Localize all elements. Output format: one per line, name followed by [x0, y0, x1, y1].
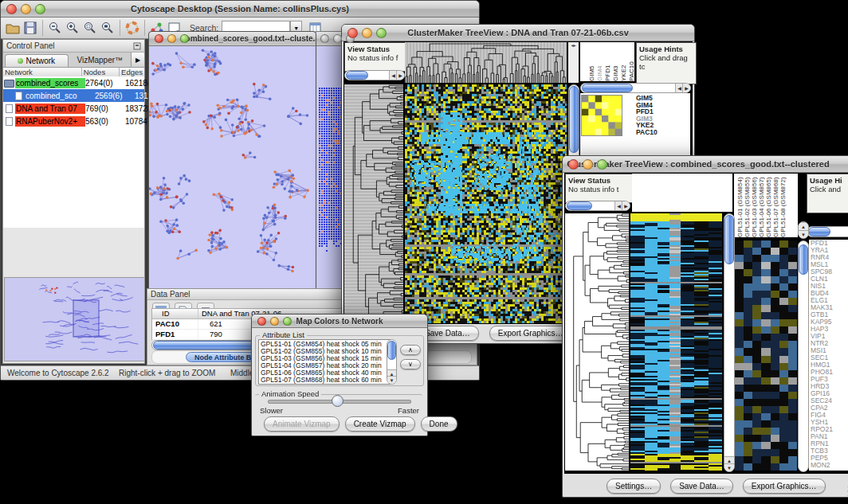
zoom-fit-icon[interactable] — [99, 19, 116, 37]
minimize-button[interactable] — [362, 28, 372, 38]
network-row[interactable]: combined_sco 2569(6) 13112(15) — [3, 89, 144, 102]
gene-label: PEP5 — [811, 455, 848, 462]
minimize-button[interactable] — [21, 4, 31, 14]
tv2-zoom-vscrollbar[interactable] — [798, 240, 809, 472]
network-row[interactable]: combined_scores 2764(0) 16218(0) — [3, 76, 144, 89]
tv2-col-label: GPL51-07 (GSM868) — [772, 175, 779, 237]
tv1-view-status-title: View Status — [347, 45, 406, 53]
network-nodes: 2569(6) — [95, 92, 135, 100]
move-down-button[interactable]: ∨ — [400, 359, 421, 369]
tab-network[interactable]: Network — [5, 54, 69, 67]
treeview2-titlebar[interactable]: ClusterMaker TreeView : combined_scores_… — [563, 156, 848, 173]
tv2-zoom-heatmap[interactable] — [735, 240, 797, 471]
zoom-selected-icon[interactable] — [81, 19, 99, 37]
tv1-heatmap[interactable] — [405, 84, 567, 323]
close-button[interactable] — [320, 34, 329, 43]
dialog-button[interactable]: Done — [421, 416, 457, 432]
close-button[interactable] — [6, 4, 17, 14]
gene-label: SEC1 — [811, 354, 848, 361]
main-titlebar[interactable]: Cytoscape Desktop (Session Name: collins… — [1, 1, 479, 18]
speed-slider-thumb[interactable] — [332, 395, 344, 407]
zoom-out-icon[interactable] — [46, 19, 64, 37]
zoom-button[interactable] — [597, 159, 607, 170]
treeview-button[interactable]: Save Data… — [670, 479, 733, 494]
close-button[interactable] — [568, 159, 579, 170]
gene-label: CLN1 — [811, 275, 848, 283]
zoom-button[interactable] — [283, 317, 292, 326]
dialog-titlebar[interactable]: Map Colors to Network — [252, 315, 427, 328]
frame1-titlebar[interactable]: combined_scores_good.txt--cluste... — [149, 32, 316, 46]
attr-row-id: PAC10 — [152, 319, 198, 329]
tv1-column-dendrogram[interactable] — [405, 42, 567, 83]
minimize-button[interactable] — [167, 34, 176, 43]
tv1-mini-hscrollbar[interactable]: ◀ ▶ — [580, 83, 691, 93]
panel-float-icon[interactable] — [133, 39, 141, 53]
close-button[interactable] — [257, 317, 266, 326]
scroll-right-icon[interactable]: ▶ — [682, 84, 690, 92]
open-session-icon[interactable] — [4, 19, 22, 37]
mini-col-label: GIM5 — [588, 42, 595, 81]
network-row[interactable]: RNAPuberNov2+ 563(0) 107847(0) — [3, 115, 144, 127]
help-ring-icon[interactable] — [124, 19, 141, 37]
tv2-vscrollbar[interactable]: ▲ ▼ — [724, 213, 735, 472]
zoom-button[interactable] — [376, 28, 387, 38]
tv2-hints-hscrollbar[interactable] — [807, 226, 848, 237]
scroll-right-icon[interactable]: ▶ — [622, 201, 630, 210]
tv2-view-status-title: View Status — [568, 176, 632, 185]
gene-label: MSL1 — [811, 261, 848, 268]
tv2-column-dendrogram[interactable] — [632, 174, 732, 212]
network-name: DNA and Tran 07 — [15, 104, 85, 114]
mini-col-label: YKE2 — [620, 42, 627, 81]
attribute-list-vscrollbar[interactable]: ▲ ▼ — [387, 339, 397, 385]
scroll-down-icon[interactable]: ▼ — [724, 463, 734, 471]
network-tab-icon — [18, 58, 23, 64]
move-up-button[interactable]: ∧ — [400, 345, 421, 355]
dialog-button[interactable]: Create Vizmap — [345, 416, 415, 432]
treeview-button[interactable]: Export Graphics… — [743, 479, 826, 494]
tv1-status-hscrollbar[interactable]: ◀ ▶ — [344, 70, 405, 80]
network-row-icon — [3, 104, 15, 113]
tab-overflow-button[interactable]: ▶ — [131, 53, 144, 67]
network-view-1[interactable] — [149, 46, 314, 291]
dialog-button[interactable]: Animate Vizmap — [264, 416, 340, 432]
data-panel-title: Data Panel — [151, 290, 190, 299]
control-panel-title: Control Panel — [6, 41, 55, 50]
minimize-button[interactable] — [333, 34, 342, 43]
close-button[interactable] — [155, 34, 163, 43]
tv1-mini-heatmap[interactable] — [581, 95, 622, 136]
tv1-mini-arrows[interactable]: ◂▸ — [568, 42, 579, 83]
tv1-mini-row-labels: GIM5GIM4PFD1GIM3YKE2PAC10 — [636, 95, 689, 135]
minimize-button[interactable] — [270, 317, 279, 326]
tv2-zoom-arrows[interactable]: ▲ ▼ — [798, 221, 809, 239]
gene-label: SEC24 — [811, 397, 848, 404]
attribute-item[interactable]: GPL51-07 (GSM868) heat shock 60 min — [261, 377, 388, 384]
scroll-down-icon[interactable]: ▼ — [387, 376, 396, 384]
toolbar-separator — [120, 20, 120, 36]
tv1-view-status-body: No status info f — [347, 53, 398, 62]
attribute-list[interactable]: GPL51-01 (GSM854) heat shock 05 minGPL51… — [258, 339, 391, 385]
treeview1-titlebar[interactable]: ClusterMaker TreeView : DNA and Tran 07-… — [342, 25, 694, 41]
save-session-icon[interactable] — [22, 19, 39, 37]
minimize-button[interactable] — [583, 159, 593, 170]
network-row[interactable]: DNA and Tran 07 769(0) 183728(0) — [3, 102, 144, 115]
data-col-id[interactable]: ID — [152, 309, 198, 318]
zoom-button[interactable] — [35, 4, 45, 14]
treeview-button[interactable]: Export Graphics… — [489, 326, 572, 341]
treeview-button[interactable]: Settings… — [607, 479, 661, 494]
tv2-row-dendrogram[interactable] — [565, 213, 629, 471]
tab-vizmapper[interactable]: VizMapper™ — [69, 53, 132, 67]
gene-label: GPI16 — [811, 390, 848, 397]
scroll-right-icon[interactable]: ▶ — [396, 71, 404, 80]
zoom-in-icon[interactable] — [64, 19, 81, 37]
tv1-row-dendrogram[interactable] — [344, 84, 403, 323]
scroll-up-icon[interactable]: ▲ — [799, 222, 808, 230]
close-button[interactable] — [347, 28, 358, 38]
birdseye-view[interactable] — [5, 278, 143, 359]
tv2-status-hscrollbar[interactable]: ◀ ▶ — [565, 201, 630, 211]
tv2-heatmap[interactable] — [630, 213, 722, 471]
gene-label: RPO21 — [811, 426, 848, 433]
tv2-col-label: GPL51-01 (GSM854) — [736, 175, 744, 237]
zoom-button[interactable] — [180, 34, 189, 43]
scroll-down-icon[interactable]: ▼ — [799, 230, 808, 238]
gene-label: CPA2 — [811, 404, 848, 412]
